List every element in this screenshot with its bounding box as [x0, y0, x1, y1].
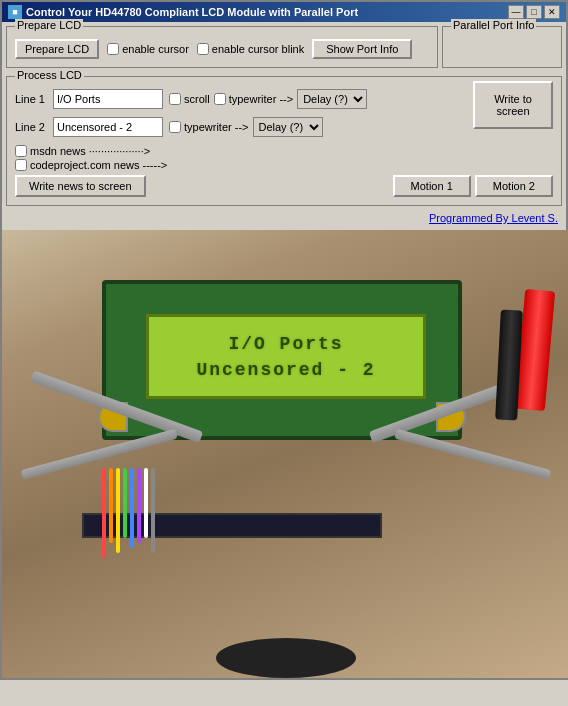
lcd-line1: I/O Ports	[228, 334, 343, 354]
minimize-button[interactable]: —	[508, 5, 524, 19]
wire-yellow	[116, 468, 120, 553]
wire-orange	[109, 468, 113, 543]
enable-cursor-checkbox[interactable]	[107, 43, 119, 55]
msdn-news-row: msdn news ··················>	[15, 145, 553, 157]
prepare-row: Prepare LCD enable cursor enable cursor …	[15, 39, 429, 59]
stand-base	[216, 638, 356, 678]
motion-buttons: Motion 1 Motion 2	[393, 175, 553, 197]
thick-wire-red	[515, 289, 555, 411]
msdn-news-text: msdn news ··················>	[30, 145, 150, 157]
wire-green	[123, 468, 127, 538]
line2-row: Line 2 typewriter --> Delay (?) ms 10 ms…	[15, 117, 465, 137]
enable-cursor-blink-checkbox-label[interactable]: enable cursor blink	[197, 43, 304, 55]
line1-scroll-text: scroll	[184, 93, 210, 105]
line2-typewriter-checkbox[interactable]	[169, 121, 181, 133]
line1-label: Line 1	[15, 93, 47, 105]
line1-delay-select[interactable]: Delay (?) ms 10 ms 20 ms 50 ms 100 ms	[297, 89, 367, 109]
enable-cursor-blink-text: enable cursor blink	[212, 43, 304, 55]
line2-controls: typewriter --> Delay (?) ms 10 ms 20 ms	[169, 117, 323, 137]
line2-delay-select[interactable]: Delay (?) ms 10 ms 20 ms	[253, 117, 323, 137]
bottom-action-row: Write news to screen Motion 1 Motion 2	[15, 175, 553, 197]
lcd-screen: I/O Ports Uncensored - 2	[146, 314, 426, 399]
wire-white	[144, 468, 148, 538]
content-area: Prepare LCD Prepare LCD enable cursor en…	[2, 22, 566, 230]
line2-input[interactable]	[53, 117, 163, 137]
line1-typewriter-checkbox[interactable]	[214, 93, 226, 105]
line1-typewriter-text: typewriter -->	[229, 93, 294, 105]
arm-right-bottom	[394, 429, 551, 480]
codeproject-news-text: codeproject.com news ----->	[30, 159, 167, 171]
process-lcd-label: Process LCD	[15, 69, 84, 81]
window-title: Control Your HD44780 Compliant LCD Modul…	[26, 6, 358, 18]
line1-typewriter-label[interactable]: typewriter -->	[214, 93, 294, 105]
codeproject-news-checkbox[interactable]	[15, 159, 27, 171]
parallel-port-label: Parallel Port Info	[451, 19, 536, 31]
top-section: Prepare LCD Prepare LCD enable cursor en…	[6, 26, 562, 72]
app-icon: ■	[8, 5, 22, 19]
close-button[interactable]: ✕	[544, 5, 560, 19]
write-to-screen-button[interactable]: Write to screen	[473, 81, 553, 129]
wire-red	[102, 468, 106, 558]
line1-row: Line 1 scroll typewriter -->	[15, 89, 465, 109]
wire-blue	[130, 468, 134, 548]
title-bar-left: ■ Control Your HD44780 Compliant LCD Mod…	[8, 5, 358, 19]
wires-area	[102, 468, 155, 558]
title-buttons: — □ ✕	[508, 5, 560, 19]
maximize-button[interactable]: □	[526, 5, 542, 19]
motion2-button[interactable]: Motion 2	[475, 175, 553, 197]
line2-typewriter-text: typewriter -->	[184, 121, 249, 133]
line2-typewriter-label[interactable]: typewriter -->	[169, 121, 249, 133]
codeproject-news-row: codeproject.com news ----->	[15, 159, 553, 171]
line1-scroll-label[interactable]: scroll	[169, 93, 210, 105]
process-lcd-group: Process LCD Line 1 scroll	[6, 76, 562, 206]
line2-label: Line 2	[15, 121, 47, 133]
main-window: ■ Control Your HD44780 Compliant LCD Mod…	[0, 0, 568, 680]
photo-background: I/O Ports Uncensored - 2	[2, 230, 568, 678]
prepare-lcd-button[interactable]: Prepare LCD	[15, 39, 99, 59]
prepare-lcd-label: Prepare LCD	[15, 19, 83, 31]
lcd-photo-area: I/O Ports Uncensored - 2	[2, 230, 568, 678]
process-inputs-area: Line 1 scroll typewriter -->	[15, 81, 465, 141]
credit-text: Programmed By Levent S.	[429, 212, 558, 224]
enable-cursor-text: enable cursor	[122, 43, 189, 55]
motion1-button[interactable]: Motion 1	[393, 175, 471, 197]
line1-scroll-checkbox[interactable]	[169, 93, 181, 105]
wire-purple	[137, 468, 141, 543]
prepare-lcd-group: Prepare LCD Prepare LCD enable cursor en…	[6, 26, 438, 68]
write-news-button[interactable]: Write news to screen	[15, 175, 146, 197]
show-port-button[interactable]: Show Port Info	[312, 39, 412, 59]
enable-cursor-blink-checkbox[interactable]	[197, 43, 209, 55]
wire-gray	[151, 468, 155, 553]
msdn-news-checkbox[interactable]	[15, 145, 27, 157]
msdn-news-label[interactable]: msdn news ··················>	[15, 145, 150, 157]
line1-controls: scroll typewriter --> Delay (?) ms 10 ms…	[169, 89, 367, 109]
parallel-port-group: Parallel Port Info	[442, 26, 562, 68]
credit-row[interactable]: Programmed By Levent S.	[6, 210, 562, 226]
codeproject-news-label[interactable]: codeproject.com news ----->	[15, 159, 167, 171]
lcd-line2: Uncensored - 2	[196, 360, 375, 380]
line1-input[interactable]	[53, 89, 163, 109]
enable-cursor-checkbox-label[interactable]: enable cursor	[107, 43, 189, 55]
